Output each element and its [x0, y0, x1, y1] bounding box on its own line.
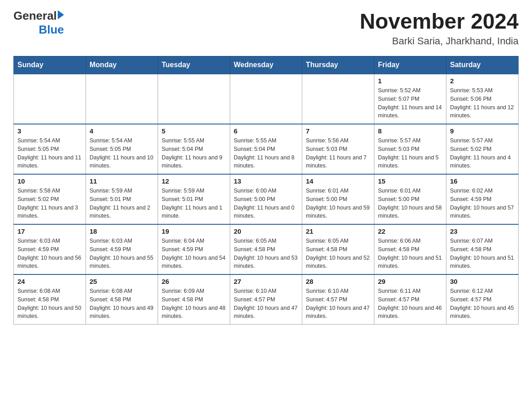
day-info: Sunrise: 6:00 AMSunset: 5:00 PMDaylight:… [234, 187, 298, 220]
day-info: Sunrise: 6:03 AMSunset: 4:59 PMDaylight:… [90, 237, 154, 270]
calendar-cell: 5Sunrise: 5:55 AMSunset: 5:04 PMDaylight… [158, 124, 230, 174]
day-info: Sunrise: 6:08 AMSunset: 4:58 PMDaylight:… [90, 287, 154, 321]
day-info: Sunrise: 6:01 AMSunset: 5:00 PMDaylight:… [306, 187, 370, 220]
day-info: Sunrise: 6:03 AMSunset: 4:59 PMDaylight:… [17, 237, 82, 270]
calendar-cell: 2Sunrise: 5:53 AMSunset: 5:06 PMDaylight… [446, 74, 519, 124]
calendar-cell: 10Sunrise: 5:58 AMSunset: 5:02 PMDayligh… [14, 174, 86, 224]
day-info: Sunrise: 5:54 AMSunset: 5:05 PMDaylight:… [90, 137, 154, 170]
day-number: 27 [234, 278, 298, 285]
day-info: Sunrise: 5:52 AMSunset: 5:07 PMDaylight:… [378, 86, 442, 120]
calendar-cell: 21Sunrise: 6:05 AMSunset: 4:58 PMDayligh… [302, 224, 374, 274]
day-number: 28 [306, 278, 370, 285]
calendar-cell: 29Sunrise: 6:11 AMSunset: 4:57 PMDayligh… [374, 274, 446, 325]
weekday-header-friday: Friday [374, 56, 446, 74]
day-number: 19 [162, 227, 226, 235]
logo-line1: General [13, 9, 64, 23]
logo-arrow-icon [58, 10, 64, 19]
day-number: 8 [378, 127, 442, 135]
calendar-cell: 6Sunrise: 5:55 AMSunset: 5:04 PMDaylight… [230, 124, 302, 174]
day-info: Sunrise: 6:07 AMSunset: 4:58 PMDaylight:… [450, 237, 515, 270]
day-number: 1 [378, 77, 442, 85]
calendar-week-row: 3Sunrise: 5:54 AMSunset: 5:05 PMDaylight… [14, 124, 519, 174]
day-number: 10 [17, 177, 82, 185]
title-section: November 2024 Barki Saria, Jharkhand, In… [360, 9, 519, 47]
calendar-cell: 20Sunrise: 6:05 AMSunset: 4:58 PMDayligh… [230, 224, 302, 274]
day-info: Sunrise: 5:55 AMSunset: 5:04 PMDaylight:… [234, 137, 298, 170]
calendar-cell: 22Sunrise: 6:06 AMSunset: 4:58 PMDayligh… [374, 224, 446, 274]
day-number: 9 [450, 127, 515, 135]
page-header: General Blue November 2024 Barki Saria, … [13, 9, 519, 47]
day-info: Sunrise: 6:02 AMSunset: 4:59 PMDaylight:… [450, 187, 515, 220]
day-info: Sunrise: 6:05 AMSunset: 4:58 PMDaylight:… [234, 237, 298, 270]
calendar-cell [14, 74, 86, 124]
calendar-cell: 30Sunrise: 6:12 AMSunset: 4:57 PMDayligh… [446, 274, 519, 325]
calendar-week-row: 10Sunrise: 5:58 AMSunset: 5:02 PMDayligh… [14, 174, 519, 224]
day-info: Sunrise: 6:08 AMSunset: 4:58 PMDaylight:… [17, 287, 82, 321]
day-info: Sunrise: 6:04 AMSunset: 4:59 PMDaylight:… [162, 237, 226, 270]
day-info: Sunrise: 6:05 AMSunset: 4:58 PMDaylight:… [306, 237, 370, 270]
day-info: Sunrise: 6:11 AMSunset: 4:57 PMDaylight:… [378, 287, 442, 321]
day-number: 4 [90, 127, 154, 135]
day-number: 3 [17, 127, 82, 135]
calendar-cell [302, 74, 374, 124]
day-number: 26 [162, 278, 226, 285]
weekday-header-monday: Monday [86, 56, 158, 74]
calendar-cell [230, 74, 302, 124]
day-info: Sunrise: 5:55 AMSunset: 5:04 PMDaylight:… [162, 137, 226, 170]
calendar-cell: 3Sunrise: 5:54 AMSunset: 5:05 PMDaylight… [14, 124, 86, 174]
day-number: 16 [450, 177, 515, 185]
day-info: Sunrise: 5:57 AMSunset: 5:03 PMDaylight:… [378, 137, 442, 170]
day-number: 12 [162, 177, 226, 185]
day-number: 22 [378, 227, 442, 235]
day-number: 14 [306, 177, 370, 185]
day-number: 20 [234, 227, 298, 235]
day-number: 17 [17, 227, 82, 235]
logo-general-text: General [13, 9, 57, 23]
calendar-cell: 26Sunrise: 6:09 AMSunset: 4:58 PMDayligh… [158, 274, 230, 325]
day-info: Sunrise: 6:10 AMSunset: 4:57 PMDaylight:… [306, 287, 370, 321]
calendar-cell: 4Sunrise: 5:54 AMSunset: 5:05 PMDaylight… [86, 124, 158, 174]
calendar-week-row: 24Sunrise: 6:08 AMSunset: 4:58 PMDayligh… [14, 274, 519, 325]
day-number: 5 [162, 127, 226, 135]
calendar-subtitle: Barki Saria, Jharkhand, India [360, 35, 519, 47]
calendar-cell: 18Sunrise: 6:03 AMSunset: 4:59 PMDayligh… [86, 224, 158, 274]
day-number: 30 [450, 278, 515, 285]
calendar-week-row: 1Sunrise: 5:52 AMSunset: 5:07 PMDaylight… [14, 74, 519, 124]
day-number: 13 [234, 177, 298, 185]
day-info: Sunrise: 5:57 AMSunset: 5:02 PMDaylight:… [450, 137, 515, 170]
calendar-cell: 11Sunrise: 5:59 AMSunset: 5:01 PMDayligh… [86, 174, 158, 224]
day-number: 7 [306, 127, 370, 135]
calendar-week-row: 17Sunrise: 6:03 AMSunset: 4:59 PMDayligh… [14, 224, 519, 274]
day-info: Sunrise: 6:06 AMSunset: 4:58 PMDaylight:… [378, 237, 442, 270]
day-number: 2 [450, 77, 515, 85]
calendar-cell: 1Sunrise: 5:52 AMSunset: 5:07 PMDaylight… [374, 74, 446, 124]
calendar-header-row: SundayMondayTuesdayWednesdayThursdayFrid… [14, 56, 519, 74]
logo: General Blue [13, 9, 64, 37]
calendar-cell: 7Sunrise: 5:56 AMSunset: 5:03 PMDaylight… [302, 124, 374, 174]
day-number: 11 [90, 177, 154, 185]
day-number: 24 [17, 278, 82, 285]
logo-blue-text: Blue [39, 23, 64, 37]
logo-wrapper: General Blue [13, 9, 64, 37]
day-info: Sunrise: 5:56 AMSunset: 5:03 PMDaylight:… [306, 137, 370, 170]
day-info: Sunrise: 5:59 AMSunset: 5:01 PMDaylight:… [162, 187, 226, 220]
calendar-cell: 24Sunrise: 6:08 AMSunset: 4:58 PMDayligh… [14, 274, 86, 325]
calendar-cell [158, 74, 230, 124]
calendar-cell: 25Sunrise: 6:08 AMSunset: 4:58 PMDayligh… [86, 274, 158, 325]
weekday-header-tuesday: Tuesday [158, 56, 230, 74]
day-number: 23 [450, 227, 515, 235]
weekday-header-thursday: Thursday [302, 56, 374, 74]
day-info: Sunrise: 5:53 AMSunset: 5:06 PMDaylight:… [450, 86, 515, 120]
day-info: Sunrise: 6:01 AMSunset: 5:00 PMDaylight:… [378, 187, 442, 220]
calendar-cell: 13Sunrise: 6:00 AMSunset: 5:00 PMDayligh… [230, 174, 302, 224]
day-number: 21 [306, 227, 370, 235]
calendar-cell: 12Sunrise: 5:59 AMSunset: 5:01 PMDayligh… [158, 174, 230, 224]
day-info: Sunrise: 6:12 AMSunset: 4:57 PMDaylight:… [450, 287, 515, 321]
calendar-cell: 28Sunrise: 6:10 AMSunset: 4:57 PMDayligh… [302, 274, 374, 325]
weekday-header-saturday: Saturday [446, 56, 519, 74]
day-number: 15 [378, 177, 442, 185]
day-number: 6 [234, 127, 298, 135]
calendar-cell: 16Sunrise: 6:02 AMSunset: 4:59 PMDayligh… [446, 174, 519, 224]
calendar-cell: 17Sunrise: 6:03 AMSunset: 4:59 PMDayligh… [14, 224, 86, 274]
day-info: Sunrise: 5:58 AMSunset: 5:02 PMDaylight:… [17, 187, 82, 220]
